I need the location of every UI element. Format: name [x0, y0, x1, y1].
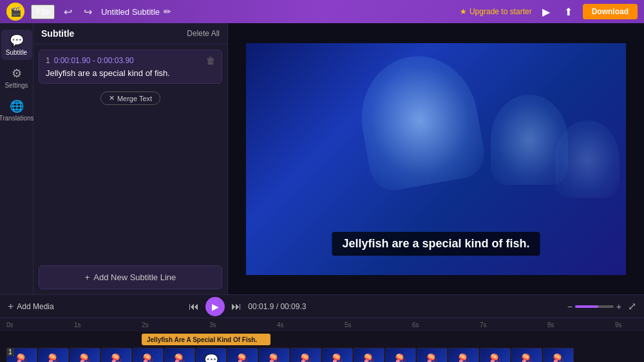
subtitle-entry: 1 0:00:01.90 - 0:00:03.90 🗑 Jellyfish ar… [39, 50, 222, 84]
ruler-mark-7s: 7s [480, 321, 487, 329]
play-pause-button[interactable]: ▶ [205, 297, 225, 316]
project-title: Untitled Subtitle [101, 7, 160, 17]
subtitle-panel: Subtitle Delete All 1 0:00:01.90 - 0:00:… [33, 23, 228, 294]
ruler-mark-6s: 6s [412, 321, 419, 329]
volume-area: − + ⤢ [567, 300, 636, 312]
subtitle-panel-title: Subtitle [41, 28, 74, 39]
add-media-label: Add Media [17, 302, 53, 311]
upgrade-button[interactable]: ★ Upgrade to starter [460, 7, 532, 16]
preview-play-button[interactable]: ▶ [538, 5, 554, 19]
sidebar-label-subtitle: Subtitle [6, 49, 27, 56]
subtitle-clip[interactable]: Jellyfish Are A Special Kind Of Fish. [142, 334, 270, 345]
filmstrip: 🪼 🪼 🪼 🪼 🪼 🪼 💬 🪼 🪼 🪼 🪼 🪼 🪼 🪼 🪼 🪼 🪼 🪼 [6, 348, 574, 362]
skip-forward-button[interactable]: ⏭ [230, 300, 243, 314]
add-media-button[interactable]: + Add Media [8, 301, 54, 312]
film-frame: 🪼 [511, 348, 542, 362]
entry-time: 0:00:01.90 - 0:00:03.90 [54, 56, 134, 65]
jellyfish-1 [352, 46, 488, 193]
edit-title-icon[interactable]: ✏ [164, 6, 171, 17]
ruler-mark-5s: 5s [345, 321, 352, 329]
subtitle-icon: 💬 [10, 33, 24, 48]
film-frame: 🪼 [385, 348, 416, 362]
time-current: 00:01.9 [248, 302, 274, 311]
add-subtitle-button[interactable]: + Add New Subtitle Line [39, 265, 222, 289]
expand-button[interactable]: ⤢ [628, 300, 636, 312]
merge-text-label: Merge Text [117, 95, 152, 102]
film-frame: 🪼 [259, 348, 290, 362]
film-frame: 🪼 [164, 348, 195, 362]
undo-button[interactable]: ↩ [61, 5, 75, 19]
upgrade-label: Upgrade to starter [469, 7, 532, 16]
sidebar-item-translations[interactable]: 🌐 Translations [1, 95, 32, 126]
topbar: 🎬 File ↩ ↪ Untitled Subtitle ✏ ★ Upgrade… [0, 0, 644, 23]
ruler-mark-4s: 4s [277, 321, 284, 329]
merge-text-button[interactable]: ✕ Merge Text [100, 91, 160, 105]
film-frame: 🪼 [354, 348, 384, 362]
volume-increase-button[interactable]: + [616, 301, 621, 312]
download-button[interactable]: Download [583, 4, 638, 19]
film-frame: 🪼 [227, 348, 258, 362]
merge-x-icon: ✕ [109, 94, 115, 102]
subtitle-entry-header: 1 0:00:01.90 - 0:00:03.90 🗑 [46, 55, 215, 66]
redo-button[interactable]: ↪ [81, 5, 95, 19]
ruler-mark-0s: 0s [6, 321, 14, 329]
upgrade-star-icon: ★ [460, 7, 467, 16]
sidebar-item-subtitle[interactable]: 💬 Subtitle [1, 30, 32, 60]
skip-back-button[interactable]: ⏮ [187, 300, 200, 314]
time-display: 00:01.9 / 00:09.3 [248, 302, 306, 311]
film-frame: 🪼 [290, 348, 321, 362]
settings-icon: ⚙ [12, 66, 22, 81]
add-subtitle-plus-icon: + [85, 272, 90, 282]
timeline-tracks: Jellyfish Are A Special Kind Of Fish. 🪼 … [0, 331, 644, 362]
subtitle-entries: 1 0:00:01.90 - 0:00:03.90 🗑 Jellyfish ar… [33, 44, 227, 260]
film-frame: 🪼 [133, 348, 164, 362]
sidebar-item-settings[interactable]: ⚙ Settings [1, 62, 32, 93]
ruler-mark-8s: 8s [547, 321, 554, 329]
film-frame: 🪼 [38, 348, 69, 362]
ruler-mark-3s: 3s [209, 321, 216, 329]
film-frame: 🪼 [543, 348, 574, 362]
transport-controls: ⏮ ▶ ⏭ 00:01.9 / 00:09.3 [187, 297, 306, 316]
video-subtitle-overlay: Jellyfish are a special kind of fish. [332, 232, 540, 256]
volume-slider[interactable] [575, 305, 614, 308]
file-menu[interactable]: File [31, 5, 55, 19]
entry-number: 1 [46, 56, 50, 65]
add-subtitle-area: + Add New Subtitle Line [33, 260, 227, 294]
add-media-plus-icon: + [8, 301, 14, 312]
film-frame: 🪼 [417, 348, 448, 362]
app-logo: 🎬 [6, 3, 24, 21]
volume-fill [575, 305, 598, 308]
film-frame: 🪼 [322, 348, 353, 362]
time-separator: / [276, 302, 278, 311]
film-frame: 🪼 [480, 348, 511, 362]
title-area: Untitled Subtitle ✏ [101, 6, 171, 17]
film-frame: 🪼 [448, 348, 479, 362]
volume-decrease-button[interactable]: − [567, 301, 573, 312]
subtitle-panel-header: Subtitle Delete All [33, 23, 227, 44]
time-total: 00:09.3 [280, 302, 306, 311]
share-button[interactable]: ⬆ [560, 5, 576, 19]
film-frame: 🪼 [101, 348, 132, 362]
sidebar-label-settings: Settings [5, 82, 28, 89]
film-frame: 🪼 [70, 348, 100, 362]
ruler-mark-1s: 1s [74, 321, 81, 329]
ruler-mark-9s: 9s [615, 321, 622, 329]
video-area: Jellyfish are a special kind of fish. [228, 23, 644, 294]
delete-all-button[interactable]: Delete All [187, 29, 220, 38]
main-layout: 💬 Subtitle ⚙ Settings 🌐 Translations Sub… [0, 23, 644, 294]
merge-text-area: ✕ Merge Text [39, 88, 222, 109]
ruler-mark-2s: 2s [142, 321, 149, 329]
entry-delete-button[interactable]: 🗑 [206, 55, 215, 66]
translations-icon: 🌐 [10, 99, 24, 113]
entry-text[interactable]: Jellyfish are a special kind of fish. [46, 68, 215, 78]
jellyfish-3 [555, 120, 620, 198]
frame-number: 1 [6, 348, 14, 356]
sidebar: 💬 Subtitle ⚙ Settings 🌐 Translations [0, 23, 33, 294]
transport-bar: + Add Media ⏮ ▶ ⏭ 00:01.9 / 00:09.3 − + … [0, 295, 644, 318]
add-subtitle-label: Add New Subtitle Line [93, 272, 176, 282]
film-frame: 💬 [196, 348, 227, 362]
bottom-area: + Add Media ⏮ ▶ ⏭ 00:01.9 / 00:09.3 − + … [0, 294, 644, 362]
sidebar-label-translations: Translations [0, 115, 34, 122]
timeline-ruler: 0s 1s 2s 3s 4s 5s 6s 7s 8s 9s [0, 318, 644, 331]
video-container: Jellyfish are a special kind of fish. [246, 43, 626, 275]
